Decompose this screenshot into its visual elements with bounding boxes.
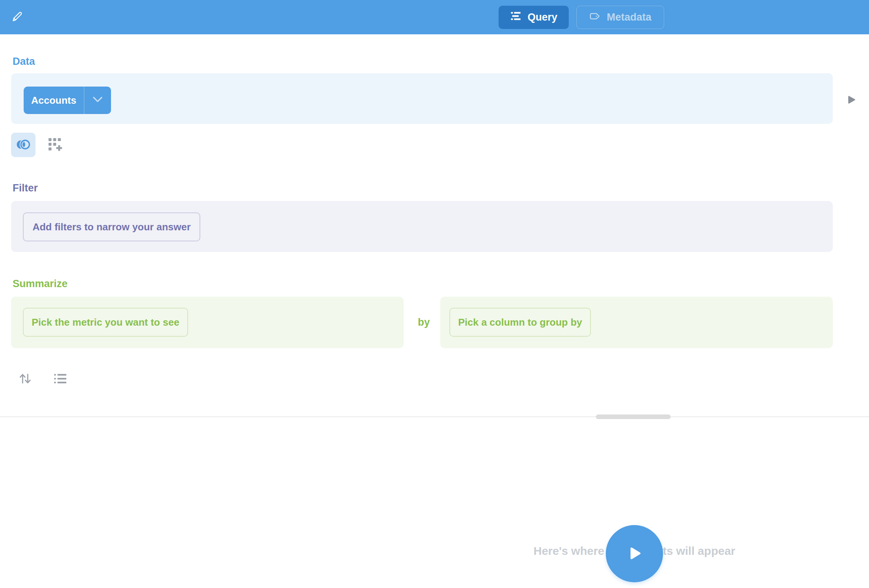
summarize-metric-panel: Pick the metric you want to see bbox=[11, 297, 404, 348]
row-limit-button[interactable] bbox=[52, 371, 69, 387]
add-filters-button-label: Add filters to narrow your answer bbox=[32, 221, 191, 233]
pick-group-column-button[interactable]: Pick a column to group by bbox=[449, 308, 591, 337]
pencil-icon bbox=[11, 11, 23, 24]
view-toggle: Query Metadata bbox=[499, 6, 664, 29]
summarize-section-heading: Summarize bbox=[13, 277, 68, 290]
data-step-panel: Accounts bbox=[11, 73, 833, 124]
tab-metadata[interactable]: Metadata bbox=[576, 6, 664, 29]
sort-icon bbox=[18, 372, 32, 387]
preview-play-icon bbox=[847, 95, 856, 107]
results-divider bbox=[0, 416, 869, 417]
results-divider-handle[interactable] bbox=[596, 414, 671, 419]
list-limit-icon bbox=[54, 373, 67, 386]
sort-step-button[interactable] bbox=[17, 371, 34, 387]
edit-title-button[interactable] bbox=[9, 9, 25, 25]
play-icon bbox=[627, 545, 642, 563]
run-query-button[interactable] bbox=[606, 525, 663, 582]
data-table-button[interactable]: Accounts bbox=[24, 87, 111, 114]
join-data-button[interactable] bbox=[11, 133, 35, 157]
custom-column-icon bbox=[48, 137, 63, 154]
summarize-groupby-panel: Pick a column to group by bbox=[440, 297, 833, 348]
tab-query[interactable]: Query bbox=[499, 6, 569, 29]
tag-icon bbox=[589, 10, 600, 24]
pick-metric-button[interactable]: Pick the metric you want to see bbox=[23, 308, 188, 337]
join-icon bbox=[15, 138, 31, 152]
tab-query-label: Query bbox=[528, 11, 557, 23]
summarize-by-label: by bbox=[410, 297, 437, 348]
data-section-heading: Data bbox=[13, 55, 35, 68]
chevron-down-icon bbox=[93, 96, 103, 104]
notebook-list-icon bbox=[510, 10, 521, 24]
data-table-button-label[interactable]: Accounts bbox=[24, 87, 84, 114]
add-filters-button[interactable]: Add filters to narrow your answer bbox=[23, 212, 200, 241]
data-table-picker-toggle[interactable] bbox=[84, 87, 111, 114]
filter-step-panel: Add filters to narrow your answer bbox=[11, 201, 833, 252]
filter-section-heading: Filter bbox=[13, 182, 38, 194]
notebook-editor: Query Metadata Data Accounts bbox=[0, 0, 869, 588]
header-bar: Query Metadata bbox=[0, 0, 869, 34]
pick-group-column-button-label: Pick a column to group by bbox=[458, 316, 582, 328]
tab-metadata-label: Metadata bbox=[607, 11, 651, 23]
custom-column-button[interactable] bbox=[46, 136, 65, 155]
pick-metric-button-label: Pick the metric you want to see bbox=[32, 316, 179, 328]
data-step-preview-button[interactable] bbox=[845, 95, 858, 107]
